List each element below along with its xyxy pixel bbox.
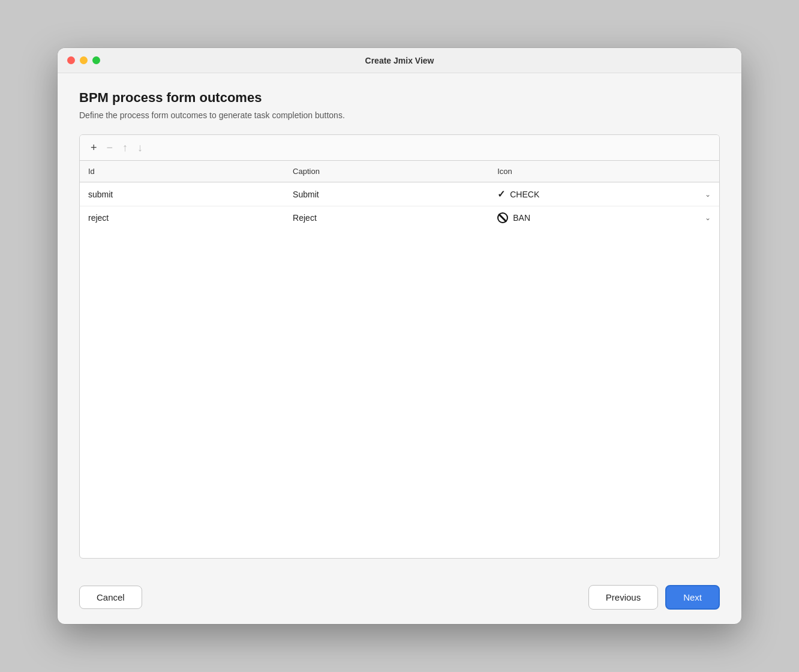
page-heading: BPM process form outcomes [79, 90, 720, 106]
page-subtitle: Define the process form outcomes to gene… [79, 110, 720, 120]
dialog-footer: Cancel Previous Next [58, 573, 741, 624]
icon-label-submit: CHECK [510, 190, 700, 199]
previous-button[interactable]: Previous [588, 585, 658, 610]
icon-label-reject: BAN [513, 213, 700, 223]
title-bar: Create Jmix View [58, 48, 741, 73]
cell-id-reject: reject [80, 206, 284, 230]
window-title: Create Jmix View [365, 56, 434, 65]
minimize-button[interactable] [80, 56, 88, 64]
cell-caption-submit: Submit [284, 182, 489, 206]
cell-icon-submit[interactable]: ✓ CHECK ⌄ [489, 182, 719, 206]
maximize-button[interactable] [92, 56, 100, 64]
table-container: + − ↑ ↓ Id Caption Icon submit [79, 134, 720, 559]
add-row-button[interactable]: + [87, 140, 101, 155]
column-header-caption: Caption [284, 161, 489, 182]
table-toolbar: + − ↑ ↓ [80, 135, 719, 161]
table-header-row: Id Caption Icon [80, 161, 719, 182]
move-down-button[interactable]: ↓ [134, 140, 146, 155]
cell-id-submit: submit [80, 182, 284, 206]
remove-row-button[interactable]: − [103, 140, 117, 155]
content-area: BPM process form outcomes Define the pro… [58, 73, 741, 573]
table-row[interactable]: submit Submit ✓ CHECK ⌄ [80, 182, 719, 206]
column-header-icon: Icon [489, 161, 719, 182]
dialog-window: Create Jmix View BPM process form outcom… [58, 48, 741, 624]
footer-right-buttons: Previous Next [588, 585, 720, 610]
cell-icon-reject[interactable]: BAN ⌄ [489, 206, 719, 230]
next-button[interactable]: Next [665, 585, 720, 610]
icon-dropdown-reject[interactable]: ⌄ [705, 214, 711, 222]
close-button[interactable] [67, 56, 75, 64]
outcomes-table: Id Caption Icon submit Submit ✓ CHECK [80, 161, 719, 229]
column-header-id: Id [80, 161, 284, 182]
cancel-button[interactable]: Cancel [79, 586, 142, 609]
ban-icon [497, 212, 508, 223]
cell-caption-reject: Reject [284, 206, 489, 230]
move-up-button[interactable]: ↑ [119, 140, 131, 155]
window-controls [67, 56, 100, 64]
table-row[interactable]: reject Reject BAN ⌄ [80, 206, 719, 230]
icon-dropdown-submit[interactable]: ⌄ [705, 190, 711, 199]
check-icon: ✓ [497, 188, 505, 200]
